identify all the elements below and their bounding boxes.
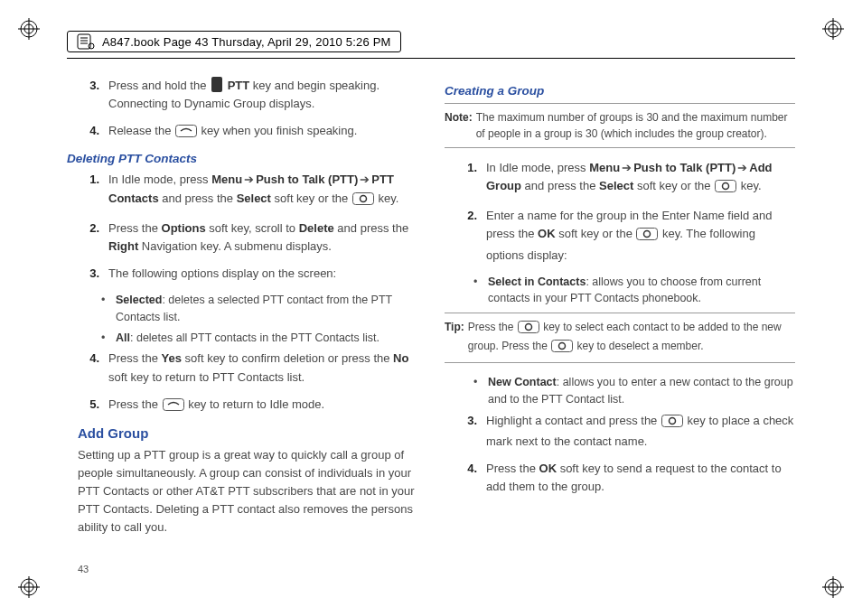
step-body: Enter a name for the group in the Enter … [486, 207, 795, 264]
step: 3. Highlight a contact and press the key… [452, 412, 795, 451]
step-body: Press the OK soft key to send a request … [486, 460, 795, 496]
svg-rect-21 [176, 126, 197, 137]
step-body: Press the Yes soft key to confirm deleti… [108, 350, 417, 386]
bullet-item: • New Contact: allows you to enter a new… [473, 374, 795, 408]
step: 4. Release the key when you finish speak… [74, 122, 417, 143]
step: 1. In Idle mode, press Menu➔Push to Talk… [452, 159, 795, 198]
bullet-icon: • [101, 330, 110, 347]
step-body: Release the key when you finish speaking… [108, 122, 417, 143]
registration-mark-icon [18, 576, 40, 598]
note-body: The maximum number of groups is 30 and t… [476, 109, 795, 142]
bullet-icon: • [473, 274, 483, 308]
step-number: 5. [74, 396, 99, 416]
step: 3. Press and hold the PTT key and begin … [74, 77, 417, 113]
ok-key-icon [661, 415, 683, 433]
registration-mark-icon [822, 576, 844, 598]
svg-point-20 [89, 43, 94, 49]
step-body: Press the Options soft key, scroll to De… [108, 219, 417, 256]
svg-rect-31 [552, 341, 573, 352]
ok-key-icon [352, 192, 374, 210]
arrow-icon: ➔ [242, 173, 256, 186]
step-number: 1. [452, 159, 477, 198]
tip-label: Tip: [445, 319, 464, 357]
step: 5. Press the key to return to Idle mode. [74, 396, 417, 416]
step-body: In Idle mode, press Menu➔Push to Talk (P… [108, 171, 417, 210]
step-number: 4. [74, 122, 99, 143]
svg-rect-25 [716, 181, 736, 192]
right-column: Creating a Group Note: The maximum numbe… [445, 77, 795, 545]
step-number: 4. [74, 350, 99, 386]
registration-mark-icon [18, 18, 40, 40]
header-text: A847.book Page 43 Thursday, April 29, 20… [102, 35, 391, 49]
step-number: 2. [74, 219, 99, 256]
arrow-icon: ➔ [736, 161, 749, 174]
step-number: 3. [74, 265, 99, 283]
end-key-icon [175, 125, 197, 143]
bullet-item: • Select in Contacts: allows you to choo… [473, 274, 795, 308]
bullet-item: • All: deletes all PTT contacts in the P… [101, 330, 417, 347]
step: 2. Enter a name for the group in the Ent… [452, 207, 795, 264]
ok-key-icon [518, 321, 539, 338]
page-frame: A847.book Page 43 Thursday, April 29, 20… [67, 31, 795, 576]
arrow-icon: ➔ [358, 173, 371, 186]
section-heading-add-group: Add Group [78, 425, 417, 441]
step-body: Highlight a contact and press the key to… [486, 412, 795, 451]
step-number: 3. [74, 77, 99, 113]
bullet-item: • Selected: deletes a selected PTT conta… [101, 292, 417, 326]
step-body: Press and hold the PTT key and begin spe… [108, 77, 417, 113]
note-block: Note: The maximum number of groups is 30… [445, 103, 795, 148]
step-number: 2. [452, 207, 477, 264]
section-heading-creating: Creating a Group [445, 84, 795, 98]
framemaker-doc-icon [77, 33, 95, 50]
step-number: 4. [452, 460, 477, 496]
end-key-icon [163, 398, 184, 416]
step: 4. Press the Yes soft key to confirm del… [74, 350, 417, 386]
svg-rect-29 [518, 322, 539, 333]
header-rule [67, 58, 795, 59]
bullet-icon: • [101, 292, 110, 326]
svg-rect-22 [352, 192, 373, 204]
step: 2. Press the Options soft key, scroll to… [74, 219, 417, 256]
step-body: The following options display on the scr… [108, 265, 417, 283]
ok-key-icon [715, 180, 736, 198]
add-group-paragraph: Setting up a PTT group is a great way to… [78, 446, 417, 537]
registration-mark-icon [822, 18, 844, 40]
tip-body: Press the key to select each contact to … [468, 319, 795, 357]
two-column-layout: 3. Press and hold the PTT key and begin … [67, 77, 795, 545]
svg-rect-33 [661, 415, 682, 426]
ok-key-icon [551, 340, 573, 357]
tip-block: Tip: Press the key to select each contac… [445, 313, 795, 363]
svg-rect-24 [163, 398, 183, 410]
page-number: 43 [78, 564, 89, 574]
framemaker-header: A847.book Page 43 Thursday, April 29, 20… [67, 31, 401, 52]
step-number: 3. [452, 412, 477, 451]
ptt-key-icon [211, 77, 222, 92]
step: 4. Press the OK soft key to send a reque… [452, 460, 795, 496]
step-body: Press the key to return to Idle mode. [108, 396, 417, 416]
section-heading-deleting: Deleting PTT Contacts [67, 152, 417, 165]
step: 1. In Idle mode, press Menu➔Push to Talk… [74, 171, 417, 210]
ok-key-icon [636, 228, 658, 246]
arrow-icon: ➔ [620, 161, 633, 174]
step: 3. The following options display on the … [74, 265, 417, 283]
step-number: 1. [74, 171, 99, 210]
left-column: 3. Press and hold the PTT key and begin … [67, 77, 417, 545]
step-body: In Idle mode, press Menu➔Push to Talk (P… [486, 159, 795, 198]
svg-rect-27 [637, 229, 658, 240]
note-label: Note: [445, 109, 473, 142]
bullet-icon: • [473, 374, 483, 408]
